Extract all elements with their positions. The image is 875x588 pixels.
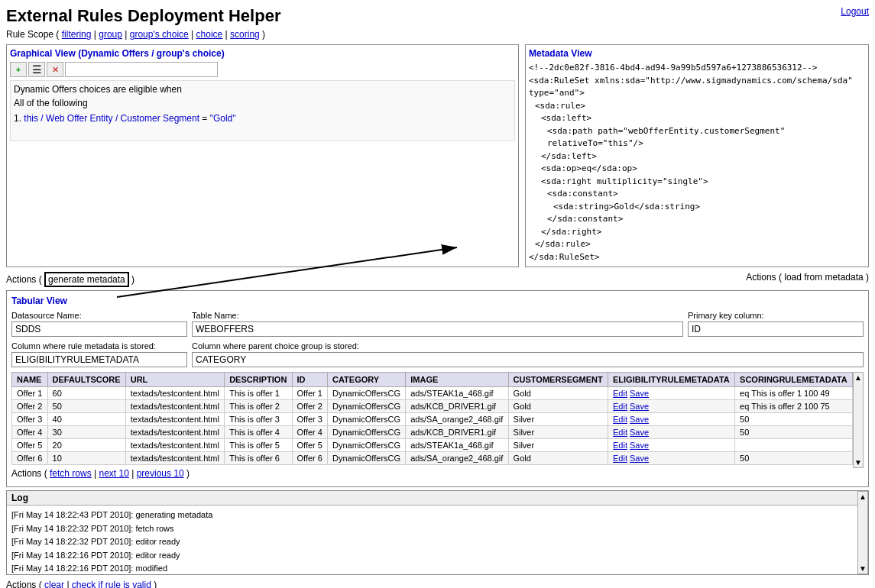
table-cell: Edit Save: [608, 387, 735, 400]
condition-input[interactable]: [65, 62, 218, 77]
table-cell: 50: [735, 426, 853, 439]
table-actions: Actions ( fetch rows | next 10 | previou…: [11, 468, 864, 479]
meta-line-10: <sda:string>Gold</sda:string>: [529, 201, 865, 214]
table-scrollbar[interactable]: ▲ ▼: [853, 372, 864, 468]
table-cell: Silver: [508, 426, 608, 439]
save-link[interactable]: Save: [630, 454, 649, 463]
data-table-wrapper: NAME DEFAULTSCORE URL DESCRIPTION ID CAT…: [11, 372, 853, 465]
table-row: Offer 610textads/testcontent.htmlThis is…: [12, 452, 853, 465]
add-condition-button[interactable]: +: [10, 62, 27, 77]
parent-choice-input[interactable]: [192, 352, 864, 367]
delete-condition-button[interactable]: ✕: [47, 62, 63, 77]
datasource-input[interactable]: [11, 321, 187, 337]
table-cell: Edit Save: [608, 439, 735, 452]
table-cell: Offer 1: [12, 387, 48, 400]
meta-line-12: </sda:right>: [529, 226, 865, 239]
table-cell: [735, 439, 853, 452]
generate-metadata-link[interactable]: generate metadata: [48, 274, 125, 285]
rule-scope-filtering[interactable]: filtering: [62, 29, 92, 40]
table-name-input[interactable]: [192, 321, 683, 337]
table-cell: Offer 3: [12, 413, 48, 426]
table-cell: Offer 3: [292, 413, 328, 426]
table-cell: This is offer 4: [225, 426, 292, 439]
table-cell: DynamicOffersCG: [328, 387, 406, 400]
previous-10-link[interactable]: previous 10: [137, 468, 184, 479]
meta-line-8: <sda:right multiplicity="single">: [529, 176, 865, 189]
scroll-up-arrow[interactable]: ▲: [854, 373, 862, 382]
table-cell: This is offer 5: [225, 439, 292, 452]
metadata-content: <!--2dc0e82f-3816-4bd4-ad94-9a99b5d597a6…: [529, 62, 865, 263]
condition-link[interactable]: this / Web Offer Entity / Customer Segme…: [24, 113, 199, 124]
table-cell: eq This is offer 2 100 75: [735, 400, 853, 413]
th-customersegment: CUSTOMERSEGMENT: [508, 373, 608, 387]
table-cell: ads/KCB_DRIVER1.gif: [406, 426, 508, 439]
logout-link[interactable]: Logout: [841, 6, 869, 17]
edit-link[interactable]: Edit: [613, 428, 627, 437]
edit-link[interactable]: Edit: [613, 389, 627, 398]
primary-key-input[interactable]: [688, 321, 864, 337]
log-title: Log: [7, 491, 857, 506]
condition-item: 1. this / Web Offer Entity / Customer Se…: [14, 113, 511, 124]
condition-value: "Gold": [210, 113, 236, 124]
condition-all: All of the following: [14, 98, 511, 108]
table-cell: ads/KCB_DRIVER1.gif: [406, 400, 508, 413]
fetch-rows-link[interactable]: fetch rows: [50, 468, 92, 479]
tabular-view-title: Tabular View: [11, 296, 864, 306]
metadata-view-title: Metadata View: [529, 48, 865, 59]
log-content: [Fri May 14 18:22:43 PDT 2010]: generati…: [7, 506, 857, 574]
save-link[interactable]: Save: [630, 441, 649, 450]
next-10-link[interactable]: next 10: [99, 468, 129, 479]
log-scroll-up[interactable]: ▲: [859, 493, 867, 501]
edit-link[interactable]: Edit: [613, 402, 627, 411]
table-cell: Offer 1: [292, 387, 328, 400]
scroll-down-arrow[interactable]: ▼: [854, 458, 862, 467]
table-cell: textads/testcontent.html: [125, 452, 224, 465]
table-cell: DynamicOffersCG: [328, 426, 406, 439]
table-header-row: NAME DEFAULTSCORE URL DESCRIPTION ID CAT…: [12, 373, 853, 387]
rule-metadata-label: Column where rule metadata is stored:: [11, 341, 187, 351]
table-cell: textads/testcontent.html: [125, 439, 224, 452]
table-row: Offer 520textads/testcontent.htmlThis is…: [12, 439, 853, 452]
log-main: Log [Fri May 14 18:22:43 PDT 2010]: gene…: [7, 491, 857, 574]
edit-link[interactable]: Edit: [613, 441, 627, 450]
table-cell: 20: [47, 439, 125, 452]
table-cell: Offer 5: [292, 439, 328, 452]
rule-scope-groups-choice[interactable]: group's choice: [130, 29, 189, 40]
table-row: Offer 430textads/testcontent.htmlThis is…: [12, 426, 853, 439]
clear-log-link[interactable]: clear: [44, 580, 64, 588]
meta-line-3: <sda:rule>: [529, 100, 865, 113]
log-scroll-down[interactable]: ▼: [859, 564, 867, 573]
table-cell: This is offer 3: [225, 413, 292, 426]
load-from-metadata-link[interactable]: load from metadata: [784, 272, 863, 283]
rule-scope-choice[interactable]: choice: [196, 29, 223, 40]
save-link[interactable]: Save: [630, 402, 649, 411]
log-entry: [Fri May 14 18:22:43 PDT 2010]: generati…: [11, 509, 853, 522]
meta-line-6: </sda:left>: [529, 150, 865, 163]
table-cell: textads/testcontent.html: [125, 413, 224, 426]
table-cell: textads/testcontent.html: [125, 387, 224, 400]
table-cell: This is offer 6: [225, 452, 292, 465]
log-entry: [Fri May 14 18:22:32 PDT 2010]: fetch ro…: [11, 522, 853, 536]
log-scrollbar[interactable]: ▲ ▼: [857, 491, 868, 574]
rule-scope-scoring[interactable]: scoring: [230, 29, 260, 40]
table-cell: 30: [47, 426, 125, 439]
log-actions: Actions ( clear | check if rule is valid…: [6, 578, 869, 588]
rule-scope-group[interactable]: group: [99, 29, 122, 40]
metadata-panel: Metadata View <!--2dc0e82f-3816-4bd4-ad9…: [525, 44, 869, 267]
edit-condition-button[interactable]: ☰: [28, 62, 45, 77]
save-link[interactable]: Save: [630, 428, 649, 437]
form-grid-top: Datasource Name: Table Name: Primary key…: [11, 311, 864, 337]
save-link[interactable]: Save: [630, 389, 649, 398]
graphical-view-toolbar: + ☰ ✕: [10, 62, 515, 77]
page-wrapper: Logout External Rules Deployment Helper …: [0, 0, 875, 588]
edit-link[interactable]: Edit: [613, 415, 627, 424]
edit-link[interactable]: Edit: [613, 454, 627, 463]
rule-metadata-input[interactable]: [11, 352, 187, 367]
check-rule-link[interactable]: check if rule is valid: [72, 580, 151, 588]
table-cell: Gold: [508, 387, 608, 400]
table-cell: DynamicOffersCG: [328, 452, 406, 465]
table-container: NAME DEFAULTSCORE URL DESCRIPTION ID CAT…: [11, 372, 864, 468]
actions-right: Actions ( load from metadata ): [746, 272, 869, 287]
save-link[interactable]: Save: [630, 415, 649, 424]
table-cell: 50: [735, 413, 853, 426]
